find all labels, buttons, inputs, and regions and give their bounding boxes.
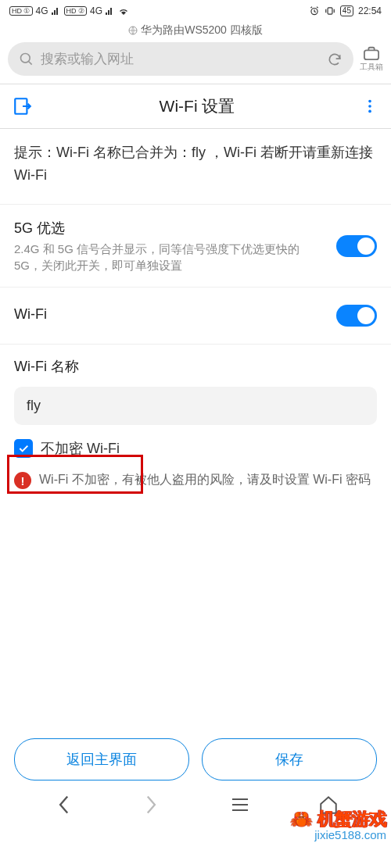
save-button[interactable]: 保存 (202, 738, 377, 780)
status-bar: HD ① 4G HD ② 4G 45 22:54 (0, 0, 391, 20)
clock: 22:54 (358, 5, 382, 16)
setting-5g-desc: 2.4G 和 5G 信号合并显示，同等信号强度下优选更快的 5G，关闭此开关，即… (14, 241, 327, 275)
toolbox-label: 工具箱 (360, 62, 383, 73)
wifi-name-section: Wi-Fi 名称 fly (0, 345, 391, 431)
svg-point-3 (21, 53, 30, 63)
browser-toolbar: 搜索或输入网址 工具箱 (0, 42, 391, 84)
wifi-icon (118, 7, 129, 15)
exit-icon[interactable] (13, 96, 33, 116)
wifi-name-label: Wi-Fi 名称 (14, 357, 377, 376)
tip-message: 提示：Wi-Fi 名称已合并为：fly ，Wi-Fi 若断开请重新连接 Wi-F… (0, 129, 391, 205)
nav-forward[interactable] (138, 791, 165, 818)
toolbox-icon (363, 45, 380, 61)
toggle-wifi[interactable] (336, 305, 377, 327)
svg-point-7 (368, 105, 371, 108)
search-icon (19, 52, 34, 67)
browser-tab-title: 华为路由WS5200 四核版 (0, 20, 391, 42)
setting-5g-title: 5G 优选 (14, 219, 327, 238)
hd-badge-1: HD ① (9, 6, 33, 16)
warning-text: Wi-Fi 不加密，有被他人盗用的风险，请及时设置 Wi-Fi 密码 (39, 470, 371, 489)
wifi-name-input[interactable]: fly (14, 387, 377, 425)
nav-back[interactable] (50, 791, 77, 818)
warning-icon: ! (14, 472, 31, 489)
page-header: Wi-Fi 设置 (0, 84, 391, 128)
signal-icon-1 (52, 7, 61, 15)
svg-point-8 (368, 110, 371, 113)
status-right: 45 22:54 (309, 5, 382, 16)
signal-icon-2 (106, 7, 115, 15)
no-encrypt-checkbox[interactable] (14, 439, 33, 458)
warning-row: ! Wi-Fi 不加密，有被他人盗用的风险，请及时设置 Wi-Fi 密码 (0, 463, 391, 495)
net-4g-2: 4G (90, 5, 102, 16)
no-encrypt-label: 不加密 Wi-Fi (41, 439, 120, 458)
net-4g-1: 4G (36, 5, 48, 16)
page-title: Wi-Fi 设置 (33, 95, 361, 117)
globe-icon (128, 26, 138, 35)
back-home-button[interactable]: 返回主界面 (14, 738, 189, 780)
setting-wifi: Wi-Fi (0, 288, 391, 345)
hd-badge-2: HD ② (64, 6, 88, 16)
watermark-brand: 机蟹游戏 (317, 809, 386, 829)
address-bar[interactable]: 搜索或输入网址 (8, 42, 353, 76)
refresh-icon[interactable] (327, 52, 343, 67)
toggle-5g-priority[interactable] (336, 235, 377, 257)
chevron-left-icon (56, 795, 70, 815)
nav-menu[interactable] (227, 791, 253, 818)
alarm-icon (309, 5, 320, 16)
more-icon[interactable] (361, 98, 378, 115)
toolbox-button[interactable]: 工具箱 (360, 45, 383, 73)
setting-wifi-title: Wi-Fi (14, 306, 47, 323)
vibrate-icon (325, 5, 335, 16)
setting-5g-priority: 5G 优选 2.4G 和 5G 信号合并显示，同等信号强度下优选更快的 5G，关… (0, 205, 391, 288)
checkmark-icon (17, 442, 30, 455)
crab-icon: 🦀 (290, 809, 312, 829)
address-placeholder: 搜索或输入网址 (41, 50, 321, 68)
svg-point-6 (368, 100, 371, 103)
status-left: HD ① 4G HD ② 4G (9, 5, 129, 16)
watermark: 🦀 机蟹游戏 jixie5188.com (290, 807, 386, 846)
svg-rect-4 (364, 50, 378, 59)
battery-level: 45 (340, 5, 353, 16)
chevron-right-icon (145, 795, 159, 815)
no-encrypt-row[interactable]: 不加密 Wi-Fi (0, 431, 391, 463)
menu-icon (231, 797, 249, 813)
action-buttons: 返回主界面 保存 (0, 738, 391, 780)
svg-rect-1 (328, 8, 332, 14)
